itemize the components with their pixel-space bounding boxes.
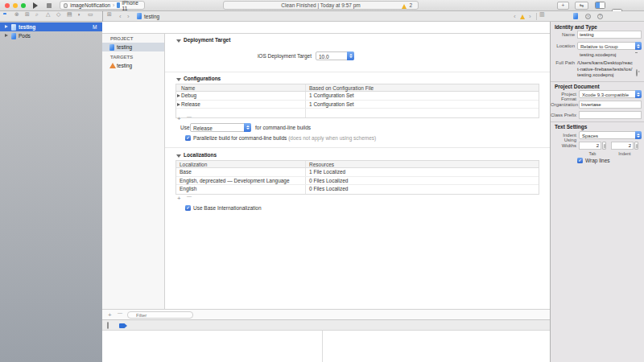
- indent-width-stepper[interactable]: [634, 142, 638, 150]
- breakpoint-navigator-tab[interactable]: ◗: [77, 9, 80, 19]
- tab-caption: Tab: [579, 151, 606, 156]
- xcode-window: imageNotification › iPhone 11 Clean Fini…: [0, 0, 644, 362]
- localization-resources: 1 File Localized: [305, 168, 539, 176]
- location-dropdown[interactable]: Relative to Group: [577, 42, 642, 50]
- report-navigator-tab[interactable]: ▭: [88, 9, 93, 19]
- project-icon: [109, 44, 114, 51]
- tab-width-stepper[interactable]: [602, 142, 606, 150]
- history-inspector-tab[interactable]: ◷: [585, 14, 591, 19]
- issue-navigator-tab[interactable]: △: [46, 9, 50, 19]
- configuration-row-release[interactable]: Release 1 Configuration Set: [176, 101, 539, 109]
- run-button[interactable]: [33, 2, 38, 9]
- wrap-lines-checkbox[interactable]: ✓: [577, 158, 583, 163]
- stop-button[interactable]: [47, 3, 52, 8]
- localization-row-base[interactable]: Base 1 File Localized: [176, 168, 539, 177]
- forward-button[interactable]: ›: [127, 11, 130, 22]
- editor-options-button[interactable]: ⇆: [575, 2, 588, 10]
- disclosure-triangle-icon[interactable]: [5, 34, 8, 37]
- back-button[interactable]: ‹: [119, 11, 122, 22]
- reveal-arrow-icon[interactable]: [636, 69, 638, 76]
- column-header-based-on[interactable]: Based on Configuration File: [305, 84, 539, 91]
- chevron-right-icon: ›: [127, 13, 130, 20]
- localizations-section-title: Localizations: [184, 152, 217, 158]
- debug-navigator-tab[interactable]: ▤: [67, 9, 72, 19]
- navigator-item-label: Pods: [19, 31, 31, 40]
- configuration-row-debug[interactable]: Debug 1 Configuration Set: [176, 92, 539, 101]
- class-prefix-field[interactable]: [579, 111, 642, 119]
- localization-row-english-deprecated[interactable]: English, deprecated — Development Langua…: [176, 177, 539, 186]
- hide-debug-area-button[interactable]: [107, 322, 109, 329]
- add-configuration-button[interactable]: +: [177, 115, 181, 122]
- collapse-triangle-icon[interactable]: [176, 154, 181, 158]
- navigator-item-label: testing: [19, 23, 35, 31]
- zoom-window-button[interactable]: [21, 3, 26, 8]
- filter-input[interactable]: [127, 311, 193, 319]
- modified-badge: M: [93, 23, 97, 31]
- collapse-triangle-icon[interactable]: [176, 39, 181, 43]
- column-header-localization[interactable]: Localization: [176, 161, 305, 167]
- minimize-window-button[interactable]: [13, 3, 18, 8]
- navigator-row-pods[interactable]: Pods: [0, 31, 102, 40]
- ios-deployment-target-dropdown[interactable]: 10.0: [316, 51, 354, 60]
- remove-configuration-button[interactable]: —: [187, 114, 192, 119]
- history-icon: ◷: [587, 14, 590, 19]
- close-window-button[interactable]: [5, 3, 10, 8]
- command-line-config-dropdown[interactable]: Release: [190, 123, 251, 132]
- indent-using-dropdown[interactable]: Spaces: [579, 131, 642, 139]
- tab-width-field[interactable]: [579, 142, 601, 150]
- related-items-button[interactable]: ⊞: [107, 9, 112, 19]
- project-document-section-title: Project Document: [555, 84, 600, 89]
- project-targets-panel: PROJECT testing TARGETS testing: [102, 34, 165, 309]
- symbol-navigator-tab[interactable]: ⊞: [25, 9, 30, 19]
- indent-width-field[interactable]: [611, 142, 634, 150]
- remove-localization-button[interactable]: —: [187, 194, 192, 199]
- target-icon: [109, 63, 116, 68]
- base-internationalization-checkbox[interactable]: ✓: [185, 205, 191, 211]
- warning-icon[interactable]: [402, 4, 407, 9]
- quick-help-inspector-tab[interactable]: ?: [597, 14, 603, 19]
- console-divider[interactable]: [322, 331, 323, 362]
- add-editor-button[interactable]: +: [557, 2, 569, 10]
- file-inspector-tab[interactable]: [573, 13, 578, 19]
- disclosure-triangle-icon[interactable]: [5, 25, 8, 28]
- project-item-testing[interactable]: testing: [102, 43, 164, 51]
- symbols-icon: ⊞: [25, 11, 30, 17]
- parallelize-checkbox[interactable]: ✓: [185, 135, 191, 141]
- add-localization-button[interactable]: +: [177, 195, 181, 202]
- inspector-divider: [551, 121, 644, 122]
- divider: [536, 13, 537, 20]
- localizations-table: Localization Resources Base 1 File Local…: [175, 160, 539, 195]
- localization-name: English, deprecated — Development Langua…: [176, 177, 305, 185]
- localization-row-english[interactable]: English 0 Files Localized: [176, 185, 539, 194]
- column-header-resources[interactable]: Resources: [305, 161, 539, 167]
- source-control-navigator-tab[interactable]: ⊗: [14, 9, 19, 19]
- project-icon: [11, 24, 16, 31]
- organization-field[interactable]: [579, 101, 642, 109]
- issue-warning-icon[interactable]: [520, 14, 525, 19]
- dropdown-arrows-icon: [244, 123, 251, 132]
- collapse-triangle-icon[interactable]: [176, 78, 181, 81]
- next-issue-button[interactable]: ›: [529, 11, 531, 22]
- navigator-row-testing[interactable]: testing M: [0, 23, 102, 31]
- editor-tab-title[interactable]: testing: [144, 11, 159, 22]
- test-navigator-tab[interactable]: ◇: [56, 9, 60, 19]
- project-item-label: testing: [117, 43, 132, 51]
- filter-bar: + — ◎: [102, 309, 550, 319]
- previous-issue-button[interactable]: ‹: [514, 11, 516, 22]
- find-navigator-tab[interactable]: ⌕: [35, 9, 39, 19]
- breakpoints-toggle-button[interactable]: [119, 323, 127, 328]
- project-format-dropdown[interactable]: Xcode 9.3-compatible: [579, 90, 642, 98]
- widths-label: Widths: [551, 143, 576, 148]
- targets-section-header: TARGETS: [110, 55, 133, 60]
- dropdown-arrows-icon: [347, 51, 354, 60]
- column-header-name[interactable]: Name: [176, 84, 305, 91]
- add-button[interactable]: +: [108, 311, 112, 319]
- target-item-testing[interactable]: testing: [102, 61, 164, 70]
- project-info-editor: Deployment Target iOS Deployment Target …: [165, 34, 550, 309]
- toggle-navigator-button[interactable]: [595, 2, 605, 9]
- code-review-button[interactable]: ▥: [539, 9, 545, 19]
- warning-count[interactable]: 2: [409, 2, 412, 8]
- name-field[interactable]: [577, 31, 642, 39]
- remove-button[interactable]: —: [118, 311, 122, 315]
- scheme-selector[interactable]: imageNotification › iPhone 11: [60, 1, 145, 10]
